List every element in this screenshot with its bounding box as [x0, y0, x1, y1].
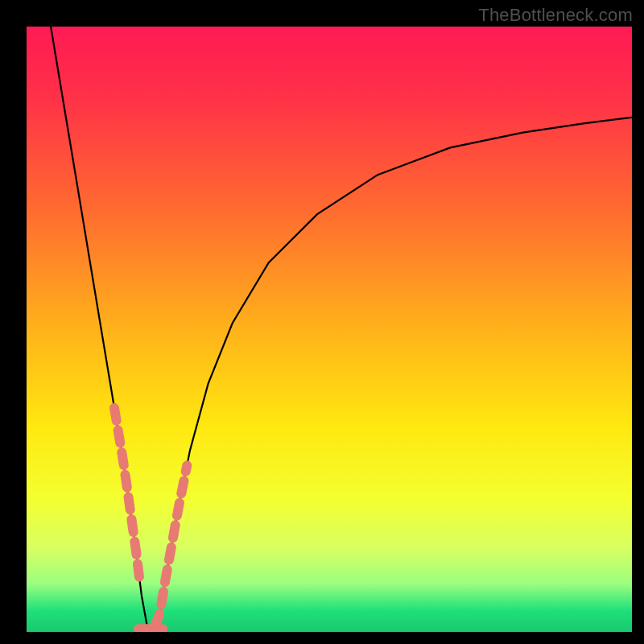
chart-svg — [0, 0, 644, 644]
plot-background — [27, 27, 632, 632]
watermark-text: TheBottleneck.com — [478, 5, 633, 26]
chart-frame: TheBottleneck.com — [0, 0, 644, 644]
